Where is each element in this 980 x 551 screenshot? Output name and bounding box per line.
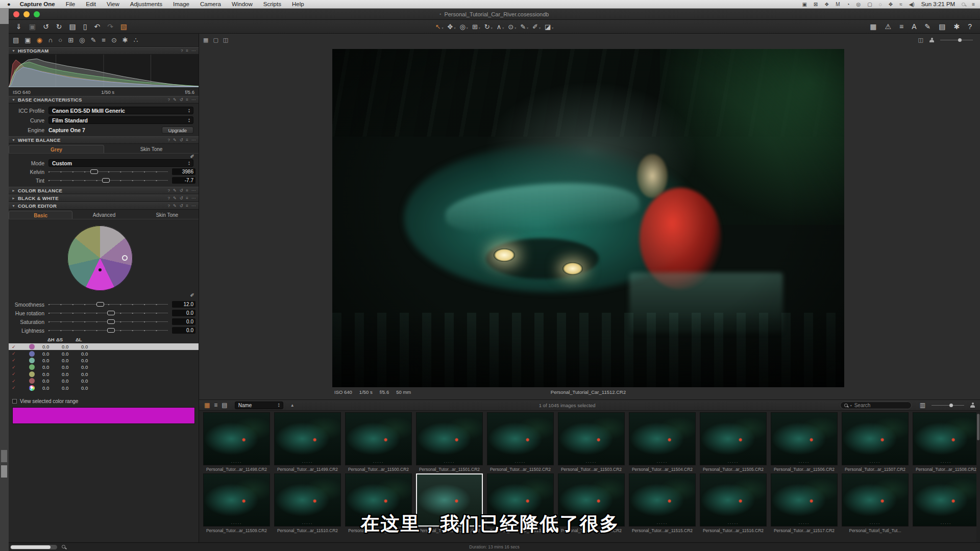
menu-window[interactable]: Window <box>232 1 253 7</box>
tab-basic[interactable]: Basic <box>9 211 72 219</box>
reset-icon[interactable]: ↺ <box>180 196 183 201</box>
thumbnail-view-button[interactable]: ▦ <box>204 402 210 409</box>
smoothness-slider[interactable] <box>48 302 168 307</box>
preset-icon[interactable]: ≡ <box>186 196 188 201</box>
more-icon[interactable]: ⋯ <box>191 138 195 142</box>
close-window-button[interactable] <box>13 11 19 17</box>
battery-icon[interactable]: ◌ <box>879 2 882 7</box>
color-row-yellow[interactable]: ✓ 0.0 0.0 0.0 <box>9 371 199 378</box>
tool-tab-color[interactable]: ◉ <box>37 36 42 44</box>
kelvin-value[interactable]: 3986 <box>172 168 195 175</box>
thumbnail-image[interactable]: ····· <box>274 412 341 465</box>
lightness-value[interactable]: 0.0 <box>172 327 195 334</box>
thumbnail-cell[interactable]: ·····Personal_Tutor...ar_11505.CR2 <box>700 412 767 472</box>
main-photo[interactable] <box>332 49 844 387</box>
more-icon[interactable]: ⋯ <box>191 97 195 102</box>
tool-tab-library[interactable]: ▤ <box>13 36 19 44</box>
details-view-button[interactable]: ▤ <box>222 402 227 409</box>
wifi-icon[interactable]: ≈ <box>899 2 902 7</box>
lightness-handle[interactable] <box>107 328 115 333</box>
view-selected-color-range[interactable]: View selected color range <box>9 397 199 406</box>
thumbnail-image[interactable]: ····· <box>629 412 696 465</box>
smoothness-handle[interactable] <box>96 302 104 307</box>
user-icon[interactable] <box>970 403 975 408</box>
keystone-tool[interactable]: ∧▾ <box>497 23 504 31</box>
loupe-tool[interactable]: ◎▾ <box>460 23 468 31</box>
screen-recording-icon[interactable]: ▣ <box>802 2 806 7</box>
hue-rotation-value[interactable]: 0.0 <box>172 310 195 316</box>
select-tool[interactable]: ↖▾ <box>435 23 444 31</box>
more-icon[interactable]: ⋯ <box>191 196 195 201</box>
color-balance-header[interactable]: ► COLOR BALANCE ?✎↺≡⋯ <box>9 187 199 194</box>
thumbnail-image[interactable]: ····· <box>842 412 909 465</box>
undo-button[interactable]: ↶ <box>94 23 100 30</box>
menu-edit[interactable]: Edit <box>86 1 96 7</box>
white-balance-header[interactable]: ▼ WHITE BALANCE ?✎↺≡⋯ <box>9 136 199 144</box>
thumbnail-cell[interactable]: ·····Personal_Tutor...ar_11508.CR2 <box>913 412 979 472</box>
rotate-left-button[interactable]: ↺ <box>43 23 49 30</box>
draw-mask-tool[interactable]: ✎▾ <box>520 23 528 31</box>
redo-button[interactable]: ↷ <box>107 23 113 30</box>
menu-camera[interactable]: Camera <box>200 1 221 7</box>
user-icon[interactable] <box>929 38 934 43</box>
kelvin-slider[interactable] <box>48 169 168 174</box>
color-row-blue[interactable]: ✓ 0.0 0.0 0.0 <box>9 350 199 357</box>
pick-white-balance-tool[interactable]: ✐▾ <box>532 23 541 31</box>
lightness-slider[interactable] <box>48 328 168 333</box>
list-view-button[interactable]: ≡ <box>214 402 217 409</box>
search-scope-caret[interactable]: ▾ <box>850 404 852 407</box>
thumbnail-image[interactable]: ····· <box>203 412 270 465</box>
exposure-warning-button[interactable]: ⚠ <box>885 23 891 30</box>
tint-slider-handle[interactable] <box>102 178 110 183</box>
spotlight-icon[interactable] <box>962 3 965 6</box>
zoom-window-button[interactable] <box>34 11 40 17</box>
apple-menu-icon[interactable]: ● <box>7 1 11 7</box>
checkbox-icon[interactable] <box>12 399 17 404</box>
check-icon[interactable]: ✓ <box>9 365 21 370</box>
rotate-right-button[interactable]: ↻ <box>56 23 62 30</box>
thumbnail-cell[interactable]: ·····Personal_Tutor...ar_11504.CR2 <box>629 412 696 472</box>
panel-horizontal-scrollbar[interactable] <box>10 545 57 549</box>
thumbnail-cell[interactable]: ·····Personal_Tutor...ar_11498.CR2 <box>203 412 270 472</box>
thumbnail-image[interactable]: ····· <box>345 412 412 465</box>
tab-skin-tone-editor[interactable]: Skin Tone <box>136 211 199 219</box>
hue-rotation-handle[interactable] <box>107 311 115 315</box>
sort-by-select[interactable]: Name ▴▾ <box>235 402 283 409</box>
minimize-window-button[interactable] <box>23 11 30 17</box>
tool-tab-capture[interactable]: ▣ <box>24 36 31 44</box>
color-wheel-marker[interactable] <box>122 255 128 261</box>
filters-icon[interactable]: ▥ <box>920 402 925 409</box>
more-icon[interactable]: ⋯ <box>191 204 195 208</box>
help-icon[interactable]: ? <box>167 138 169 142</box>
notification-center-icon[interactable]: ≡ <box>972 2 975 7</box>
edit-icon[interactable]: ✎ <box>173 188 177 193</box>
color-row-cyan[interactable]: ✓ 0.0 0.0 0.0 <box>9 357 199 364</box>
pan-tool[interactable]: ✥▾ <box>448 23 456 31</box>
reset-icon[interactable]: ↺ <box>180 204 183 208</box>
edit-icon[interactable]: ✎ <box>173 138 177 142</box>
saturation-slider[interactable] <box>48 319 168 324</box>
color-editor-header[interactable]: ▼ COLOR EDITOR ?✎↺≡⋯ <box>9 202 199 210</box>
help-button[interactable]: ? <box>968 23 972 30</box>
sync-icon[interactable]: ◎ <box>856 2 861 7</box>
list-view-button[interactable]: ≡ <box>899 23 903 30</box>
thumbnail-image[interactable]: ····· <box>487 412 554 465</box>
menu-scripts[interactable]: Scripts <box>263 1 281 7</box>
apply-adjustments-tool[interactable]: ◪▾ <box>545 23 553 31</box>
thumbnail-image[interactable]: ····· <box>558 412 625 465</box>
preset-icon[interactable]: ≡ <box>186 48 188 53</box>
more-icon[interactable]: ⋯ <box>191 188 195 193</box>
color-row-all[interactable]: ✓ 0.0 0.0 0.0 <box>9 384 199 391</box>
check-icon[interactable]: ✓ <box>9 379 21 384</box>
import-images-button[interactable]: ⇓ <box>16 23 22 30</box>
thumbnail-image[interactable]: ····· <box>913 412 979 465</box>
curve-select[interactable]: Film Standard ▴▾ <box>48 116 193 124</box>
histogram-section-header[interactable]: ▼ HISTOGRAM ?≡⋯ <box>9 47 199 55</box>
thumbnail-cell[interactable]: ·····Personal_Tutor...ar_11503.CR2 <box>558 412 625 472</box>
trash-button[interactable]: ▯ <box>83 23 87 30</box>
reset-icon[interactable]: ↺ <box>180 188 183 193</box>
viewer-zoom-handle[interactable] <box>958 38 962 42</box>
zoom-icon[interactable] <box>62 545 65 548</box>
tool-tab-info[interactable]: ⊙ <box>111 36 117 44</box>
browser-scrollbar-thumb[interactable] <box>977 414 979 440</box>
